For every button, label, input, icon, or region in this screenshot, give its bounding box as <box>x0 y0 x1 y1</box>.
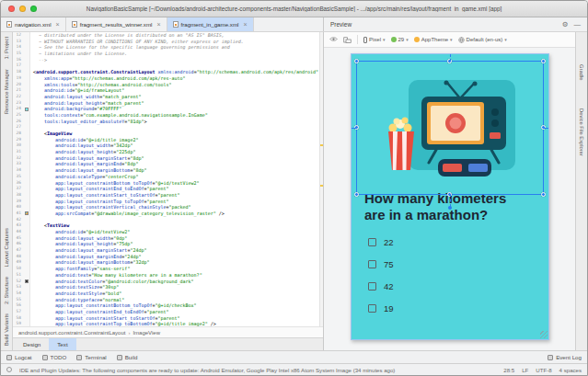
selection-handle[interactable] <box>354 192 359 197</box>
code-line[interactable]: 30 android:layout_width="342dp" <box>13 142 323 149</box>
gear-icon[interactable]: ⚙ <box>562 20 569 29</box>
line-ending-indicator[interactable]: LF <box>522 367 528 373</box>
code-line[interactable]: 48 android:layout_marginEnd="24dp" <box>13 254 323 260</box>
code-line[interactable]: 39 app:layout_constraintTop_toTopOf="par… <box>13 199 323 205</box>
status-message[interactable]: IDE and Plugin Updates: The following co… <box>19 367 496 373</box>
code-line[interactable]: 53 android:textSize="30sp" <box>13 284 323 291</box>
tool-window-button-build[interactable]: Build <box>117 354 138 360</box>
update-info-icon[interactable] <box>6 367 12 372</box>
code-line[interactable]: 16 --> <box>13 57 323 63</box>
code-line[interactable]: 12 ~ distributed under the License is di… <box>13 32 323 39</box>
tool-window-button-Resource-Manager[interactable]: Resource Manager <box>4 69 9 114</box>
editor-tab-navigation-xml[interactable]: navigation.xml× <box>1 17 66 31</box>
code-line[interactable]: 46 android:layout_height="75dp" <box>13 241 323 247</box>
tool-window-button-todo[interactable]: TODO <box>42 354 67 360</box>
code-line[interactable]: 51 android:text="How many kilometers are… <box>13 272 323 279</box>
code-line[interactable]: 31 android:layout_height="225dp" <box>13 149 323 155</box>
breadcrumb-item-android-support-constraint-ConstraintLayout[interactable]: android.support.constraint.ConstraintLay… <box>18 330 125 336</box>
code-line[interactable]: 55 android:typeface="normal" <box>13 297 323 303</box>
device-selector[interactable]: Pixel ▾ <box>363 37 386 43</box>
tab-close-icon[interactable]: × <box>56 21 60 28</box>
preview-phone-screen[interactable]: How many kilometers are in a marathon? 2… <box>351 53 549 340</box>
code-line[interactable]: 37 app:layout_constraintEnd_toEndOf="par… <box>13 186 323 192</box>
close-window-button[interactable] <box>8 6 15 12</box>
code-line[interactable]: 49 android:layout_marginBottom="32dp" <box>13 259 323 266</box>
event-log-button[interactable]: Event Log <box>548 354 582 360</box>
mode-tab-text[interactable]: Text <box>49 338 75 350</box>
code-line[interactable]: 20 xmlns:tools="http://schemas.android.c… <box>13 82 323 88</box>
code-line[interactable]: 22 android:layout_width="match_parent" <box>13 94 323 100</box>
zoom-window-button[interactable] <box>30 6 37 12</box>
selection-handle[interactable] <box>447 59 452 63</box>
tool-window-button-Gradle[interactable]: Gradle <box>579 64 584 80</box>
code-line[interactable]: 21 android:id="@+id/frameLayout" <box>13 87 323 94</box>
theme-selector[interactable]: AppTheme ▾ <box>414 37 453 42</box>
answer-option-75[interactable]: 75 <box>368 259 548 269</box>
code-line[interactable]: 57 app:layout_constraintEnd_toEndOf="par… <box>13 309 323 315</box>
breadcrumb-item-ImageView[interactable]: ImageView <box>133 330 160 336</box>
code-line[interactable]: 34 android:layout_marginBottom="8dp" <box>13 167 323 174</box>
answer-option-42[interactable]: 42 <box>368 281 548 291</box>
code-line[interactable]: 32 android:layout_marginStart="8dp" <box>13 155 323 162</box>
code-line[interactable]: 28 <ImageView <box>13 131 323 137</box>
code-line[interactable]: 41 app:srcCompat="@drawable/image_catego… <box>13 211 323 217</box>
checkbox-icon[interactable] <box>368 260 376 268</box>
selection-handle[interactable] <box>541 192 546 197</box>
code-line[interactable]: 33 android:layout_marginEnd="8dp" <box>13 161 323 167</box>
api-selector[interactable]: 29 ▾ <box>391 37 409 42</box>
color-swatch-dark[interactable] <box>25 279 29 283</box>
color-swatch-cyan[interactable] <box>25 108 29 111</box>
tool-window-button-terminal[interactable]: Terminal <box>76 354 106 360</box>
code-line[interactable]: 56 app:layout_constraintBottom_toTopOf="… <box>13 302 323 309</box>
selection-handle[interactable] <box>541 125 546 130</box>
tool-window-button-Build-Variants[interactable]: Build Variants <box>4 313 9 346</box>
editor-scrollbar[interactable] <box>319 32 323 326</box>
code-line[interactable]: 26 tools:layout_editor_absoluteY="81dp"> <box>13 119 323 125</box>
code-line[interactable]: 17 <box>13 63 323 69</box>
mode-tab-design[interactable]: Design <box>15 338 49 350</box>
answer-option-22[interactable]: 22 <box>368 237 548 247</box>
minimize-window-button[interactable] <box>19 6 26 12</box>
code-line[interactable]: 38 app:layout_constraintStart_toStartOf=… <box>13 192 323 199</box>
tool-window-button-Layout-Captures[interactable]: Layout Captures <box>4 228 9 268</box>
code-line[interactable]: 54 android:textStyle="bold" <box>13 291 323 297</box>
design-surface-icon[interactable] <box>329 36 338 43</box>
code-line[interactable]: 58 app:layout_constraintStart_toStartOf=… <box>13 315 323 322</box>
code-line[interactable]: 19 xmlns:app="http://schemas.android.com… <box>13 75 323 82</box>
checkbox-icon[interactable] <box>368 282 376 291</box>
code-line[interactable]: 13 ~ WITHOUT WARRANTIES OR CONDITIONS OF… <box>13 39 323 45</box>
code-line[interactable]: 27 <box>13 124 323 131</box>
code-line[interactable]: 36 app:layout_constraintBottom_toTopOf="… <box>13 180 323 187</box>
encoding-indicator[interactable]: UTF-8 <box>536 367 551 373</box>
code-line[interactable]: 40 app:layout_constraintVertical_chainSt… <box>13 204 323 211</box>
tab-close-icon[interactable]: × <box>243 21 247 28</box>
code-editor[interactable]: 12 ~ distributed under the License is di… <box>13 32 323 326</box>
code-line[interactable]: 52 android:textColor="@android:color/bac… <box>13 279 323 285</box>
selection-handle[interactable] <box>354 125 359 130</box>
code-line[interactable]: 18<android.support.constraint.Constraint… <box>13 69 323 75</box>
resize-grip-icon[interactable] <box>540 331 548 338</box>
tool-window-button-1-Project[interactable]: 1: Project <box>4 37 9 60</box>
indent-indicator[interactable]: 4 spaces <box>559 367 582 373</box>
warning-stripe-mark[interactable] <box>320 144 323 146</box>
locale-selector[interactable]: Default (en-us) ▾ <box>458 37 507 43</box>
code-line[interactable]: 44 android:id="@+id/textView2" <box>13 229 323 235</box>
code-line[interactable]: 35 android:scaleType="centerCrop" <box>13 174 323 180</box>
editor-tab-fragment_in_game-xml[interactable]: fragment_in_game.xml× <box>167 17 254 31</box>
code-line[interactable]: 25 tools:context="com.example.android.na… <box>13 112 323 119</box>
tool-window-button-Device-File-Explorer[interactable]: Device File Explorer <box>579 108 584 156</box>
checkbox-icon[interactable] <box>368 238 376 246</box>
design-surface[interactable]: How many kilometers are in a marathon? 2… <box>324 48 575 350</box>
answer-option-19[interactable]: 19 <box>368 303 548 313</box>
code-line[interactable]: 15 ~ limitations under the License. <box>13 51 323 57</box>
hide-panel-icon[interactable]: — <box>574 20 582 29</box>
code-line[interactable]: 42 <box>13 217 323 223</box>
code-line[interactable]: 24 android:background="#70FFFF" <box>13 106 323 112</box>
tab-close-icon[interactable]: × <box>156 21 160 28</box>
code-line[interactable]: 14 ~ See the License for the specific la… <box>13 44 323 51</box>
code-line[interactable]: 29 android:id="@+id/title_image2" <box>13 137 323 143</box>
editor-tab-fragment_results_winner-xml[interactable]: fragment_results_winner.xml× <box>66 17 167 31</box>
code-line[interactable]: 59 app:layout_constraintTop_toBottomOf="… <box>13 321 323 326</box>
drawable-preview-thumbnail[interactable] <box>25 211 29 215</box>
code-line[interactable]: 47 android:layout_marginStart="24dp" <box>13 247 323 254</box>
